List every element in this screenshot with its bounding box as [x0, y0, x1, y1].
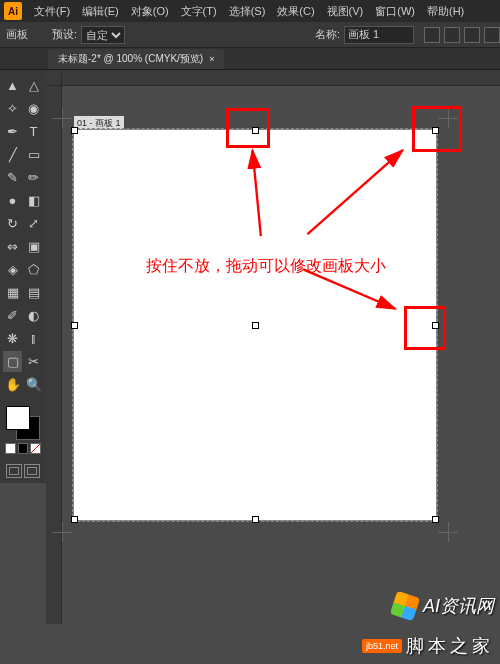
screen-mode-alt-icon[interactable] [24, 464, 40, 478]
ruler-vertical[interactable] [46, 86, 62, 624]
option-btn-3[interactable] [464, 27, 480, 43]
perspective-tool[interactable]: ⬠ [24, 259, 43, 280]
crop-mark-top-left [52, 108, 72, 128]
menu-effect[interactable]: 效果(C) [271, 4, 320, 19]
canvas-area[interactable]: 01 - 画板 1 按住不放，拖动可以修改画板大小 [46, 70, 500, 624]
crop-mark-bottom-left [52, 522, 72, 542]
line-tool[interactable]: ╱ [3, 144, 22, 165]
options-bar: 画板 预设: 自定 名称: [0, 22, 500, 48]
rotate-tool[interactable]: ↻ [3, 213, 22, 234]
watermark-badge: jb51.net [362, 639, 402, 653]
mini-swatch-color[interactable] [5, 443, 16, 454]
watermark-top: AI资讯网 [393, 594, 494, 618]
watermark-bottom-text: 脚本之家 [406, 634, 494, 658]
free-transform-tool[interactable]: ▣ [24, 236, 43, 257]
app-logo: Ai [4, 2, 22, 20]
gradient-tool[interactable]: ▤ [24, 282, 43, 303]
resize-handle-top-left[interactable] [71, 127, 78, 134]
menu-type[interactable]: 文字(T) [175, 4, 223, 19]
type-tool[interactable]: T [24, 121, 43, 142]
menu-view[interactable]: 视图(V) [321, 4, 370, 19]
resize-handle-bottom-mid[interactable] [252, 516, 259, 523]
ruler-horizontal[interactable] [62, 70, 500, 86]
shape-builder-tool[interactable]: ◈ [3, 259, 22, 280]
close-icon[interactable]: × [209, 54, 214, 64]
artboard-bounds[interactable]: 01 - 画板 1 [74, 130, 436, 520]
pen-tool[interactable]: ✒ [3, 121, 22, 142]
magic-wand-tool[interactable]: ✧ [3, 98, 22, 119]
preset-label: 预设: [52, 27, 77, 42]
menu-help[interactable]: 帮助(H) [421, 4, 470, 19]
resize-handle-mid-right[interactable] [432, 322, 439, 329]
eyedropper-tool[interactable]: ✐ [3, 305, 22, 326]
mini-swatch-none[interactable] [30, 443, 41, 454]
column-graph-tool[interactable]: ⫿ [24, 328, 43, 349]
menu-file[interactable]: 文件(F) [28, 4, 76, 19]
mini-swatch-gradient[interactable] [18, 443, 29, 454]
resize-handle-top-mid[interactable] [252, 127, 259, 134]
fill-swatch[interactable] [6, 406, 30, 430]
menubar: Ai 文件(F) 编辑(E) 对象(O) 文字(T) 选择(S) 效果(C) 视… [0, 0, 500, 22]
rectangle-tool[interactable]: ▭ [24, 144, 43, 165]
blend-tool[interactable]: ◐ [24, 305, 43, 326]
zoom-tool[interactable]: 🔍 [24, 374, 43, 395]
eraser-tool[interactable]: ◧ [24, 190, 43, 211]
document-tab-title: 未标题-2* @ 100% (CMYK/预览) [58, 52, 203, 66]
option-btn-4[interactable] [484, 27, 500, 43]
preset-select[interactable]: 自定 [81, 26, 125, 44]
lasso-tool[interactable]: ◉ [24, 98, 43, 119]
menu-edit[interactable]: 编辑(E) [76, 4, 125, 19]
artboard-center-mark [252, 322, 259, 329]
crop-mark-top-right [438, 108, 458, 128]
width-tool[interactable]: ⇔ [3, 236, 22, 257]
symbol-sprayer-tool[interactable]: ❋ [3, 328, 22, 349]
mesh-tool[interactable]: ▦ [3, 282, 22, 303]
artboard-label: 01 - 画板 1 [74, 116, 124, 131]
hand-tool[interactable]: ✋ [3, 374, 22, 395]
menu-object[interactable]: 对象(O) [125, 4, 175, 19]
resize-handle-bottom-left[interactable] [71, 516, 78, 523]
paintbrush-tool[interactable]: ✎ [3, 167, 22, 188]
option-btn-2[interactable] [444, 27, 460, 43]
artboard-name-input[interactable] [344, 26, 414, 44]
watermark-top-text: AI资讯网 [423, 594, 494, 618]
document-tab[interactable]: 未标题-2* @ 100% (CMYK/预览) × [48, 49, 224, 69]
toolbox: ▲△ ✧◉ ✒T ╱▭ ✎✏ ●◧ ↻⤢ ⇔▣ ◈⬠ ▦▤ ✐◐ ❋⫿ ▢✂ ✋… [0, 70, 46, 483]
selection-tool[interactable]: ▲ [3, 75, 22, 96]
scale-tool[interactable]: ⤢ [24, 213, 43, 234]
option-btn-1[interactable] [424, 27, 440, 43]
ruler-origin[interactable] [46, 70, 62, 86]
direct-selection-tool[interactable]: △ [24, 75, 43, 96]
blob-brush-tool[interactable]: ● [3, 190, 22, 211]
name-label: 名称: [315, 27, 340, 42]
menu-window[interactable]: 窗口(W) [369, 4, 421, 19]
screen-mode-icon[interactable] [6, 464, 22, 478]
watermark-bottom: jb51.net 脚本之家 [362, 634, 494, 658]
pencil-tool[interactable]: ✏ [24, 167, 43, 188]
crop-mark-bottom-right [438, 522, 458, 542]
document-tab-bar: 未标题-2* @ 100% (CMYK/预览) × [0, 48, 500, 70]
resize-handle-mid-left[interactable] [71, 322, 78, 329]
resize-handle-bottom-right[interactable] [432, 516, 439, 523]
menu-select[interactable]: 选择(S) [223, 4, 272, 19]
section-label: 画板 [6, 27, 28, 42]
resize-handle-top-right[interactable] [432, 127, 439, 134]
artboard-tool[interactable]: ▢ [3, 351, 22, 372]
color-swatches[interactable] [2, 402, 44, 457]
watermark-logo-icon [390, 591, 420, 621]
slice-tool[interactable]: ✂ [24, 351, 43, 372]
